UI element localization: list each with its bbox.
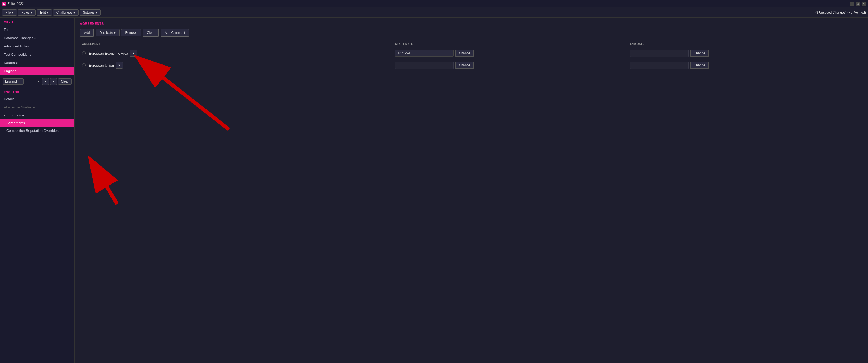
start-date-cell-1: Change: [393, 48, 628, 59]
prev-country-button[interactable]: ◂: [42, 78, 49, 85]
close-button[interactable]: ✕: [862, 2, 866, 6]
change-end-date-2[interactable]: Change: [690, 62, 709, 69]
sidebar-item-alt-stadiums: Alternative Stadiums: [0, 103, 74, 111]
next-country-button[interactable]: ▸: [50, 78, 57, 85]
start-date-group-1: Change: [395, 50, 625, 57]
sidebar-item-details-label: Details: [4, 97, 14, 101]
end-date-cell-2: Change: [628, 59, 863, 71]
sidebar-item-agreements[interactable]: Agreements: [0, 119, 74, 127]
country-select-wrapper: England: [3, 78, 41, 85]
country-select[interactable]: England: [3, 78, 24, 85]
agreements-header: AGREEMENTS: [80, 22, 863, 26]
agreement-cell-1: European Economic Area ▾: [80, 48, 393, 59]
sidebar-item-details[interactable]: Details: [0, 95, 74, 103]
file-menu-label: File: [6, 11, 11, 14]
title-bar-controls: — □ ✕: [850, 2, 866, 6]
challenges-menu-label: Challenges: [56, 11, 72, 14]
sidebar: MENU File Database Changes (3) Advanced …: [0, 18, 74, 363]
menu-header: MENU: [0, 18, 74, 26]
start-date-input-1[interactable]: [395, 50, 454, 57]
sidebar-item-db-changes[interactable]: Database Changes (3): [0, 34, 74, 42]
col-start-date: START DATE: [393, 41, 628, 48]
agreement-name-2: European Union: [89, 63, 114, 67]
change-start-date-2[interactable]: Change: [455, 62, 474, 69]
rules-menu-button[interactable]: Rules ▾: [18, 9, 36, 16]
sidebar-item-db-changes-label: Database Changes (3): [4, 36, 39, 40]
end-date-group-2: Change: [630, 62, 861, 69]
table-header-row: AGREEMENT START DATE END DATE: [80, 41, 863, 48]
add-comment-button[interactable]: Add Comment: [160, 29, 189, 37]
clear-button[interactable]: Clear: [143, 29, 159, 37]
main-layout: MENU File Database Changes (3) Advanced …: [0, 18, 868, 363]
challenges-menu-button[interactable]: Challenges ▾: [53, 9, 79, 16]
agreements-table: AGREEMENT START DATE END DATE: [80, 41, 863, 71]
information-toggle[interactable]: ▾ Information: [0, 111, 74, 119]
duplicate-button[interactable]: Duplicate ▾: [96, 29, 120, 36]
app-title: Editor 2022: [7, 2, 24, 6]
duplicate-button-label: Duplicate: [99, 31, 113, 35]
agreement-name-1: European Economic Area: [89, 52, 128, 55]
title-bar: 22 Editor 2022 — □ ✕: [0, 0, 868, 7]
sidebar-item-database-label: Database: [4, 61, 19, 65]
agreement-cell-inner-1: European Economic Area ▾: [82, 50, 391, 57]
agreement-cell-2: European Union ▾: [80, 59, 393, 71]
sidebar-item-test-competitions[interactable]: Test Competitions: [0, 50, 74, 59]
sidebar-item-comp-rep-label: Competition Reputation Overrides: [6, 129, 59, 133]
start-date-group-2: Change: [395, 62, 625, 69]
add-comment-button-label: Add Comment: [165, 31, 185, 35]
clear-button-label: Clear: [147, 31, 155, 35]
start-date-cell-2: Change: [393, 59, 628, 71]
add-button-label: Add: [84, 31, 90, 35]
sidebar-item-file-label: File: [4, 28, 9, 32]
sidebar-item-agreements-label: Agreements: [6, 121, 25, 125]
agreement-radio-2[interactable]: [82, 63, 86, 67]
information-toggle-label: Information: [7, 113, 24, 117]
end-date-cell-1: Change: [628, 48, 863, 59]
sidebar-item-file[interactable]: File: [0, 26, 74, 34]
app-icon: 22: [2, 2, 6, 6]
rules-menu-arrow: ▾: [31, 11, 32, 14]
country-selector: England ◂ ▸ Clear: [0, 75, 74, 88]
col-end-date: END DATE: [628, 41, 863, 48]
add-button[interactable]: Add: [80, 29, 94, 37]
settings-menu-label: Settings: [83, 11, 94, 14]
title-bar-left: 22 Editor 2022: [2, 2, 24, 6]
clear-country-button[interactable]: Clear: [58, 78, 71, 85]
status-text: (3 Unsaved Changes) (Not Verified): [815, 11, 866, 14]
settings-menu-arrow: ▾: [96, 11, 97, 14]
file-menu-arrow: ▾: [12, 11, 13, 14]
end-date-group-1: Change: [630, 50, 861, 57]
sidebar-item-england[interactable]: England: [0, 67, 74, 75]
remove-button[interactable]: Remove: [121, 29, 141, 36]
col-agreement: AGREEMENT: [80, 41, 393, 48]
maximize-button[interactable]: □: [856, 2, 860, 6]
table-row: European Union ▾ Change: [80, 59, 863, 71]
agreement-dropdown-2[interactable]: ▾: [116, 62, 123, 69]
change-start-date-1[interactable]: Change: [455, 50, 474, 57]
sidebar-item-advanced-rules-label: Advanced Rules: [4, 44, 29, 48]
agreement-cell-inner-2: European Union ▾: [82, 62, 391, 69]
main-content: AGREEMENTS Add Duplicate ▾ Remove Clear …: [74, 18, 868, 363]
file-menu-button[interactable]: File ▾: [2, 9, 17, 16]
end-date-empty-1: [630, 50, 689, 57]
duplicate-dropdown-arrow: ▾: [114, 31, 116, 35]
agreement-radio-1[interactable]: [82, 52, 86, 55]
edit-menu-button[interactable]: Edit ▾: [37, 9, 52, 16]
sidebar-scroll: ENGLAND Details Alternative Stadiums ▾ I…: [0, 88, 74, 363]
minimize-button[interactable]: —: [850, 2, 854, 6]
svg-line-3: [101, 177, 117, 204]
agreement-dropdown-1[interactable]: ▾: [130, 50, 137, 57]
sidebar-item-advanced-rules[interactable]: Advanced Rules: [0, 42, 74, 50]
table-row: European Economic Area ▾ Change: [80, 48, 863, 59]
edit-menu-label: Edit: [40, 11, 46, 14]
sidebar-item-database[interactable]: Database: [0, 59, 74, 67]
settings-menu-button[interactable]: Settings ▾: [80, 9, 101, 16]
information-toggle-arrow: ▾: [4, 114, 5, 117]
change-end-date-1[interactable]: Change: [690, 50, 709, 57]
sidebar-item-comp-rep[interactable]: Competition Reputation Overrides: [0, 127, 74, 134]
rules-menu-label: Rules: [21, 11, 30, 14]
sidebar-item-test-competitions-label: Test Competitions: [4, 53, 31, 57]
england-section-header: ENGLAND: [0, 88, 74, 95]
challenges-menu-arrow: ▾: [73, 11, 75, 14]
agreements-toolbar: Add Duplicate ▾ Remove Clear Add Comment: [80, 29, 863, 37]
